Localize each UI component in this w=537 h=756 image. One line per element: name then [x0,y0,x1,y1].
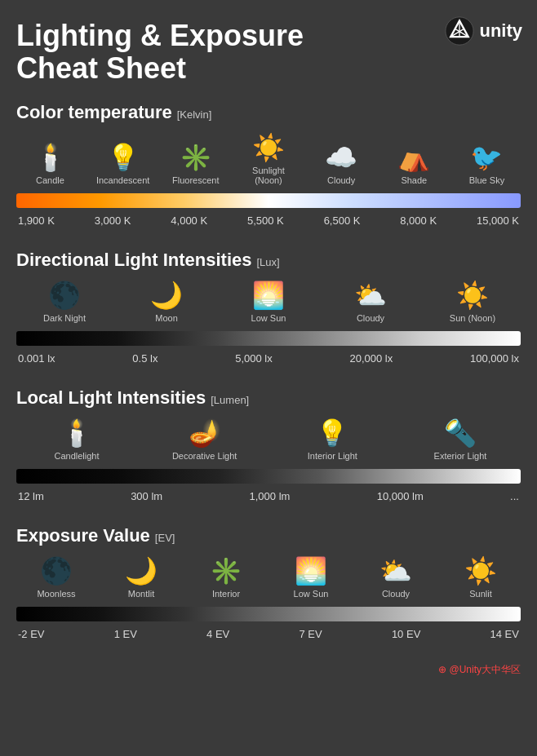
local-light-title: Local Light Intensities[Lumen] [16,387,521,409]
icon-shade: ⛺ Shade [384,144,445,185]
icon-fluorescent: ✳️ Fluorescent [165,144,226,185]
icon-exterior-light: 🔦 Exterior Light [403,420,517,461]
icon-incandescent: 💡 Incandescent [92,144,153,185]
color-temp-scale: 1,900 K 3,000 K 4,000 K 5,500 K 6,500 K … [16,214,521,227]
icon-candle: 🕯️ Candle [20,144,81,185]
exposure-title: Exposure Value[EV] [16,525,521,546]
exposure-scale: -2 EV 1 EV 4 EV 7 EV 10 EV 14 EV [16,628,521,640]
icon-decorative-light: 🪔 Decorative Light [148,420,262,461]
icon-sunlight-noon: ☀️ Sunlight (Noon) [237,135,299,185]
local-light-bar [16,469,521,484]
color-temp-title: Color temperature[Kelvin] [16,102,521,123]
icon-cloudy-ct: ☁️ Cloudy [311,144,372,185]
icon-moonlit: 🌙 Montlit [104,558,178,599]
icon-low-sun-ev: 🌅 Low Sun [274,558,348,599]
icon-moon: 🌙 Moon [122,282,211,323]
exposure-icons: 🌑 Moonless 🌙 Montlit ✳️ Interior 🌅 Low S… [16,558,521,599]
icon-cloudy-dir: ⛅ Cloudy [326,282,415,323]
watermark: ⊕ @Unity大中华区 [16,663,521,677]
dir-light-scale: 0.001 lx 0.5 lx 5,000 lx 20,000 lx 100,0… [16,352,521,365]
local-light-icons: 🕯️ Candlelight 🪔 Decorative Light 💡 Inte… [16,420,521,461]
dir-light-icons: 🌑 Dark Night 🌙 Moon 🌅 Low Sun ⛅ Cloudy ☀… [16,282,521,323]
color-temperature-section: Color temperature[Kelvin] 🕯️ Candle 💡 In… [16,102,521,227]
color-temp-icons: 🕯️ Candle 💡 Incandescent ✳️ Fluorescent … [16,135,521,185]
page-container: unity Lighting & Exposure Cheat Sheet Co… [0,0,537,690]
color-temp-bar [16,193,521,208]
dir-light-title: Directional Light Intensities[Lux] [16,250,521,271]
exposure-section: Exposure Value[EV] 🌑 Moonless 🌙 Montlit … [16,525,521,640]
icon-interior-light: 💡 Interior Light [275,420,389,461]
icon-blue-sky: 🐦 Blue Sky [456,144,517,185]
unity-logo: unity [445,16,522,46]
icon-candlelight: 🕯️ Candlelight [20,420,134,461]
directional-light-section: Directional Light Intensities[Lux] 🌑 Dar… [16,250,521,365]
icon-cloudy-ev: ⛅ Cloudy [359,558,433,599]
exposure-bar [16,607,521,621]
unity-text: unity [479,20,522,42]
local-light-section: Local Light Intensities[Lumen] 🕯️ Candle… [16,387,521,502]
icon-interior-ev: ✳️ Interior [189,558,263,599]
local-light-scale: 12 lm 300 lm 1,000 lm 10,000 lm ... [16,490,521,502]
dir-light-bar [16,331,521,346]
icon-sunlit: ☀️ Sunlit [444,558,517,599]
icon-moonless: 🌑 Moonless [20,558,93,599]
icon-dark-night: 🌑 Dark Night [20,282,109,323]
icon-low-sun-dir: 🌅 Low Sun [224,282,313,323]
icon-sun-noon-dir: ☀️ Sun (Noon) [428,282,517,323]
